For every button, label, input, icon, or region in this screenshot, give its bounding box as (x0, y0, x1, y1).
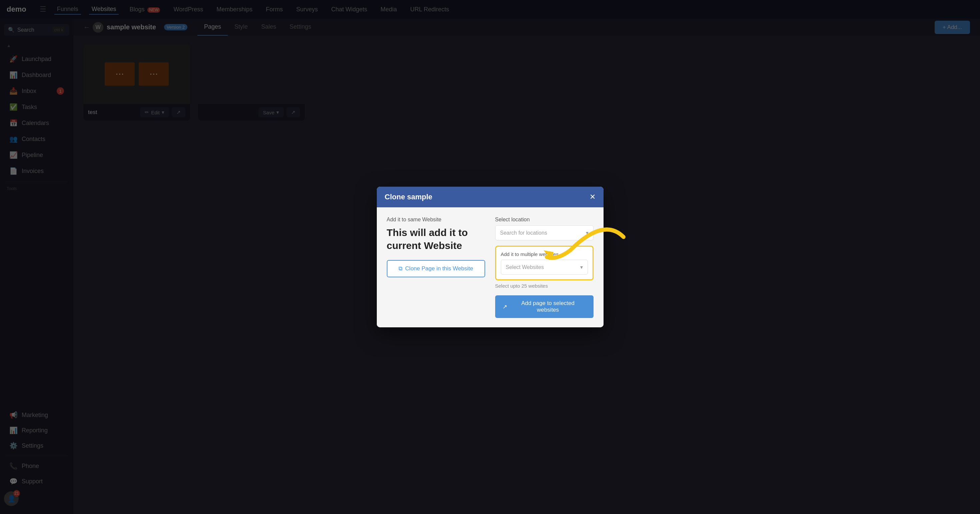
add-same-website-label: Add it to same Website (387, 217, 485, 223)
select-upto-label: Select upto 25 websites (495, 283, 593, 289)
select-location-label: Select location (495, 217, 593, 223)
add-icon: ↗ (503, 303, 507, 310)
clone-modal: Clone sample ✕ Add it to same Website Th… (377, 187, 603, 327)
modal-overlay: Clone sample ✕ Add it to same Website Th… (0, 0, 980, 514)
clone-button-label: Clone Page in this Website (405, 265, 473, 272)
modal-title: Clone sample (385, 193, 433, 201)
chevron-down-icon: ▾ (586, 230, 589, 236)
multiple-websites-label: Add it to multiple websites (501, 251, 588, 257)
websites-placeholder: Select Websites (506, 264, 544, 270)
modal-header: Clone sample ✕ (377, 187, 603, 207)
add-button-label: Add page to selected websites (510, 300, 586, 313)
modal-close-button[interactable]: ✕ (590, 194, 595, 201)
multiple-websites-box: Add it to multiple websites Select Websi… (495, 246, 593, 280)
location-placeholder: Search for locations (500, 230, 547, 236)
modal-right-panel: Select location Search for locations ▾ A… (495, 217, 593, 318)
clone-icon: ⧉ (398, 265, 402, 272)
modal-body: Add it to same Website This will add it … (377, 207, 603, 327)
location-search-dropdown[interactable]: Search for locations ▾ (495, 225, 593, 240)
clone-page-same-website-button[interactable]: ⧉ Clone Page in this Website (387, 260, 485, 277)
chevron-down-icon-websites: ▾ (580, 264, 583, 270)
select-websites-dropdown[interactable]: Select Websites ▾ (501, 260, 588, 274)
add-page-selected-websites-button[interactable]: ↗ Add page to selected websites (495, 295, 593, 318)
modal-big-text: This will add it to current Website (387, 226, 485, 252)
modal-left-panel: Add it to same Website This will add it … (387, 217, 485, 318)
